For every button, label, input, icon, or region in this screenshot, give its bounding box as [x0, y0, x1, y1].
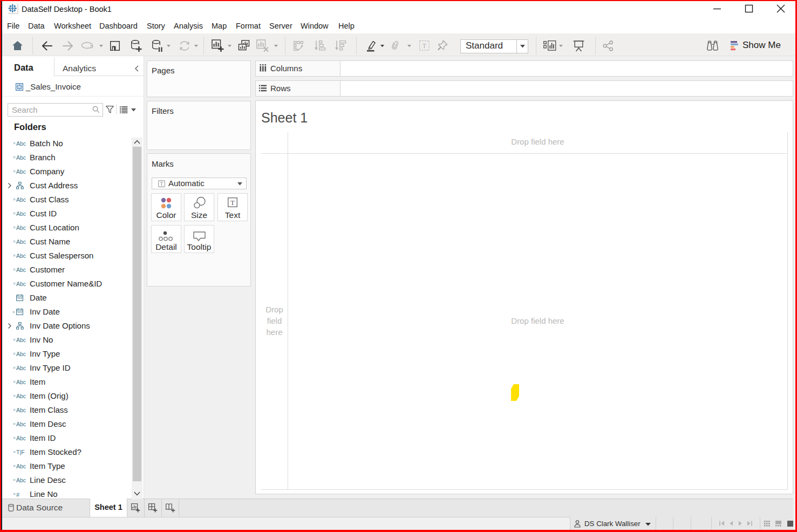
svg-text:Abc: Abc	[16, 477, 26, 483]
svg-text:=: =	[13, 407, 16, 412]
svg-text:Abc: Abc	[16, 393, 26, 399]
svg-text:=: =	[13, 238, 16, 244]
svg-text:Abc: Abc	[16, 267, 26, 273]
svg-text:T: T	[230, 199, 235, 207]
svg-text:=: =	[13, 210, 16, 216]
svg-text:#: #	[16, 492, 20, 498]
svg-text:=: =	[13, 267, 16, 272]
svg-text:Abc: Abc	[16, 351, 26, 357]
svg-text:Abc: Abc	[16, 365, 26, 371]
svg-text:Abc: Abc	[16, 253, 26, 259]
svg-text:=: =	[13, 196, 16, 202]
svg-text:Abc: Abc	[16, 140, 26, 147]
svg-text:Abc: Abc	[16, 224, 26, 231]
svg-text:=: =	[13, 224, 16, 230]
svg-text:=: =	[13, 477, 16, 482]
svg-text:T|F: T|F	[16, 449, 25, 455]
svg-text:Abc: Abc	[16, 407, 26, 413]
svg-text:Abc: Abc	[16, 463, 26, 469]
svg-text:=: =	[13, 140, 16, 146]
svg-text:Abc: Abc	[16, 154, 26, 161]
svg-text:=: =	[13, 435, 16, 440]
svg-text:Abc: Abc	[16, 168, 26, 175]
svg-text:=: =	[13, 253, 16, 258]
svg-text:Abc: Abc	[16, 337, 26, 343]
svg-text:=: =	[13, 281, 16, 286]
svg-text:T: T	[160, 181, 164, 187]
svg-text:Abc: Abc	[16, 421, 26, 427]
svg-text:=: =	[12, 310, 15, 313]
svg-text:=: =	[13, 491, 16, 496]
svg-text:=: =	[13, 463, 16, 468]
svg-text:=: =	[13, 154, 16, 160]
svg-text:=: =	[13, 379, 16, 384]
svg-text:=: =	[13, 365, 16, 370]
svg-text:Abc: Abc	[16, 196, 26, 203]
svg-text:T: T	[423, 42, 427, 50]
svg-text:=: =	[13, 351, 16, 356]
svg-text:=: =	[13, 421, 16, 426]
svg-text:=: =	[13, 449, 16, 454]
svg-text:Abc: Abc	[16, 435, 26, 441]
svg-text:=: =	[13, 393, 16, 398]
svg-text:Abc: Abc	[16, 238, 26, 245]
svg-text:Abc: Abc	[16, 210, 26, 217]
svg-text:Abc: Abc	[16, 281, 26, 287]
svg-text:=: =	[13, 168, 16, 174]
svg-text:=: =	[13, 337, 16, 342]
svg-text:Abc: Abc	[16, 379, 26, 385]
